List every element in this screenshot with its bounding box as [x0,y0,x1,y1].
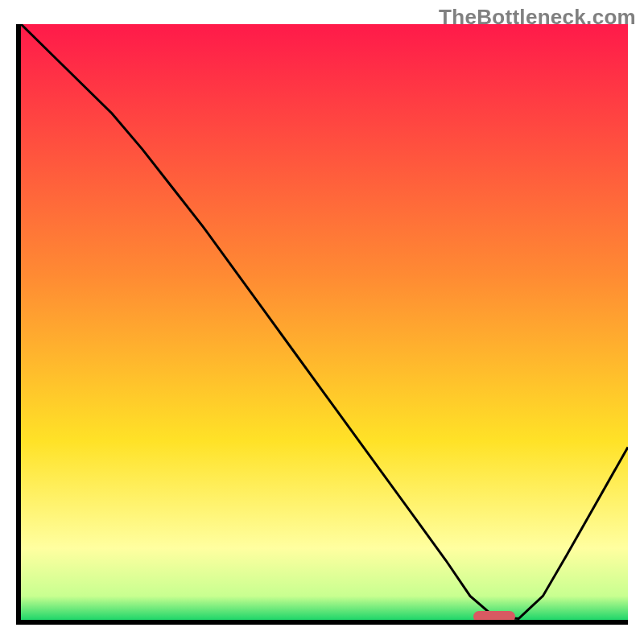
x-axis [16,620,628,625]
chart-frame: TheBottleneck.com [0,0,644,644]
bottleneck-curve [21,24,628,620]
plot-area [21,24,628,620]
watermark-text: TheBottleneck.com [439,5,636,30]
optimal-marker [473,611,515,620]
y-axis [16,24,21,620]
